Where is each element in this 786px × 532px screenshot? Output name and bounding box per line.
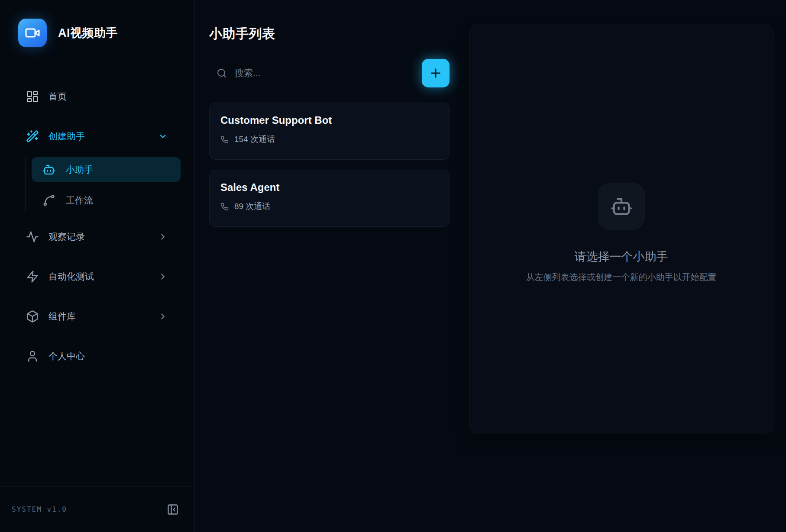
page-title: 小助手列表 xyxy=(209,25,450,43)
assistant-name: Sales Agent xyxy=(220,181,449,193)
assistant-list-panel: 小助手列表 Customer Support Bot xyxy=(195,0,469,532)
phone-icon xyxy=(220,203,229,211)
collapse-sidebar-button[interactable] xyxy=(167,503,179,516)
user-icon xyxy=(26,350,39,363)
magic-wand-icon xyxy=(26,130,39,143)
assistant-meta: 89 次通话 xyxy=(220,201,449,212)
bot-icon xyxy=(42,163,55,176)
main-content: 小助手列表 Customer Support Bot xyxy=(195,0,786,532)
sidebar-item-automation-testing[interactable]: 自动化测试 xyxy=(0,266,194,287)
sidebar: AI视频助手 首页 创建助手 xyxy=(0,0,195,532)
sidebar-item-create-assistant[interactable]: 创建助手 xyxy=(0,126,194,147)
assistant-meta: 154 次通话 xyxy=(220,134,449,145)
sidebar-item-label: 小助手 xyxy=(66,164,93,176)
sidebar-item-assistant[interactable]: 小助手 xyxy=(32,157,181,182)
box-icon xyxy=(26,310,39,323)
chevron-right-icon xyxy=(158,232,168,242)
chevron-right-icon xyxy=(158,312,168,321)
panel-left-close-icon xyxy=(167,503,179,516)
sidebar-item-component-library[interactable]: 组件库 xyxy=(0,306,194,327)
activity-icon xyxy=(26,230,39,243)
sidebar-footer: SYSTEM v1.0 xyxy=(0,486,194,532)
assistant-name: Customer Support Bot xyxy=(220,114,449,126)
assistant-detail-panel: 请选择一个小助手 从左侧列表选择或创建一个新的小助手以开始配置 xyxy=(469,25,773,434)
assistant-call-count: 89 次通话 xyxy=(234,201,270,212)
app-title: AI视频助手 xyxy=(58,25,118,41)
sidebar-nav: 首页 创建助手 小助手 xyxy=(0,66,194,486)
assistant-card[interactable]: Customer Support Bot 154 次通话 xyxy=(209,103,450,160)
sidebar-header: AI视频助手 xyxy=(0,0,194,66)
create-assistant-submenu: 小助手 工作流 xyxy=(25,157,194,213)
sidebar-item-personal-center[interactable]: 个人中心 xyxy=(0,346,194,367)
sidebar-item-label: 观察记录 xyxy=(49,231,85,243)
add-assistant-button[interactable] xyxy=(422,59,450,87)
sidebar-item-label: 创建助手 xyxy=(49,130,85,142)
plus-icon xyxy=(429,66,443,80)
sidebar-item-workflow[interactable]: 工作流 xyxy=(32,188,181,213)
empty-state-icon-box xyxy=(598,183,645,230)
empty-state-subtitle: 从左侧列表选择或创建一个新的小助手以开始配置 xyxy=(526,271,717,283)
sidebar-item-label: 工作流 xyxy=(66,194,93,206)
video-camera-icon xyxy=(25,25,40,41)
dashboard-icon xyxy=(26,90,39,103)
workflow-icon xyxy=(42,194,55,207)
phone-icon xyxy=(220,135,229,144)
sidebar-item-label: 组件库 xyxy=(49,310,76,322)
assistant-card-list: Customer Support Bot 154 次通话 Sales Agent xyxy=(209,103,450,227)
assistant-card[interactable]: Sales Agent 89 次通话 xyxy=(209,170,450,227)
zap-icon xyxy=(26,270,39,283)
sidebar-item-label: 首页 xyxy=(49,90,67,103)
sidebar-item-home[interactable]: 首页 xyxy=(0,86,194,107)
empty-state-title: 请选择一个小助手 xyxy=(575,249,668,264)
search-row xyxy=(209,59,450,87)
chevron-down-icon xyxy=(158,132,168,141)
sidebar-item-label: 个人中心 xyxy=(49,350,85,362)
sidebar-item-label: 自动化测试 xyxy=(49,271,94,283)
app-logo xyxy=(18,19,47,47)
system-version: SYSTEM v1.0 xyxy=(12,505,67,513)
bot-icon xyxy=(610,195,633,218)
sidebar-item-observation-records[interactable]: 观察记录 xyxy=(0,226,194,247)
assistant-call-count: 154 次通话 xyxy=(234,134,275,145)
search-icon xyxy=(217,68,227,78)
chevron-right-icon xyxy=(158,272,168,281)
search-input[interactable] xyxy=(235,68,413,78)
